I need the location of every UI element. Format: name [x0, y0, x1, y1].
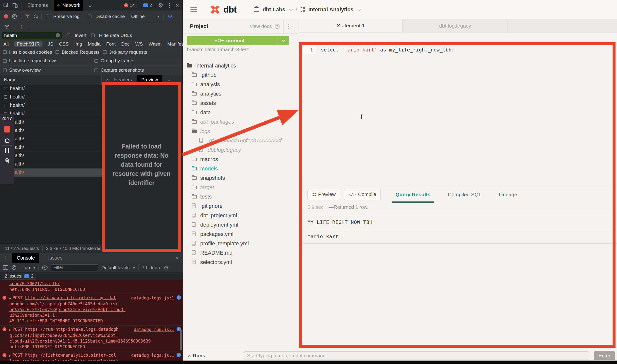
network-request-row[interactable]: alth/ [0, 127, 102, 135]
tree-item-dbt_packages[interactable]: dbt_packages [183, 117, 299, 127]
use-large-rows-checkbox[interactable] [3, 59, 7, 63]
checkbox-3rd-party-requests[interactable] [103, 50, 107, 54]
tree-item-assets[interactable]: assets [183, 99, 299, 108]
close-devtools-icon[interactable]: × [176, 2, 179, 9]
enter-button[interactable]: Enter [594, 351, 615, 360]
tab-elements[interactable]: Elements [25, 0, 50, 11]
export-har-icon[interactable]: ↓ [28, 24, 30, 29]
network-request-row[interactable]: alth/ [0, 143, 102, 152]
network-filter-input[interactable]: health × [2, 32, 62, 39]
live-expression-eye-icon[interactable] [42, 265, 48, 270]
runs-toggle[interactable]: Runs [188, 353, 205, 359]
tree-item-snapshots[interactable]: snapshots [183, 173, 299, 183]
tree-item-analytics[interactable]: analytics [183, 89, 299, 99]
console-settings-gear-icon[interactable]: ⚙ [163, 265, 169, 271]
issues-counter[interactable]: 2 Issues: 2 [2, 273, 36, 280]
issue-info-icon[interactable]: i [177, 353, 181, 357]
type-filter-doc[interactable]: Doc [121, 41, 130, 47]
type-filter-css[interactable]: CSS [58, 41, 69, 47]
issue-info-icon[interactable]: i [177, 295, 181, 300]
tree-item-data[interactable]: data [183, 108, 299, 117]
clear-icon[interactable] [12, 14, 17, 19]
record-icon[interactable] [4, 14, 8, 18]
tree-item-macros[interactable]: macros [183, 155, 299, 164]
request-url-link[interactable]: https://fishtownanalytics.sinter-col [25, 353, 116, 358]
network-conditions-gear-icon[interactable]: ⚙ [167, 14, 173, 19]
close-console-icon[interactable]: × [176, 255, 179, 262]
tab-network[interactable]: ⚠Network [54, 0, 83, 11]
network-request-row[interactable]: alth/ [0, 168, 102, 177]
editor-tab-dbt-log-legacy[interactable]: dbt.log.legacy [403, 19, 508, 32]
throttling-select[interactable]: Offline [131, 14, 145, 19]
preserve-log-checkbox[interactable] [46, 15, 49, 18]
show-overview-checkbox[interactable] [3, 68, 7, 72]
console-sidebar-icon[interactable]: ▶ [3, 265, 8, 270]
project-kebab-icon[interactable]: ⋮ [286, 23, 291, 30]
stop-recording-button[interactable] [4, 126, 10, 132]
network-request-row[interactable]: health/ [0, 110, 102, 118]
levels-caret-icon[interactable]: ▾ [133, 266, 135, 270]
type-filter-all[interactable]: All [3, 41, 9, 47]
clear-console-icon[interactable] [12, 265, 16, 270]
tree-item-selectors.yml[interactable]: selectors.yml [183, 258, 299, 267]
type-filter-img[interactable]: Img [74, 41, 83, 47]
view-docs-link[interactable]: view docs [250, 24, 272, 29]
commit-button[interactable]: commit... [187, 36, 289, 45]
delete-recording-trash-icon[interactable] [4, 157, 10, 164]
type-filter-ws[interactable]: WS [135, 41, 144, 47]
network-request-row[interactable]: health/ [0, 93, 102, 101]
network-request-row[interactable]: alth/ [0, 135, 102, 143]
more-tabs-chevron[interactable]: » [86, 0, 94, 11]
type-filter-fetch-xhr[interactable]: Fetch/XHR [14, 41, 43, 47]
context-select[interactable]: top [23, 265, 30, 270]
disable-cache-checkbox[interactable] [88, 15, 91, 18]
group-by-frame-checkbox[interactable] [94, 59, 98, 63]
tree-item-.gitignore[interactable]: .gitignore [183, 201, 299, 211]
tree-item-README.md[interactable]: README.md [183, 248, 299, 258]
pause-recording-button[interactable] [5, 148, 9, 153]
tab-console[interactable]: Console [12, 253, 39, 263]
tree-item-target[interactable]: target [183, 183, 299, 192]
log-levels-select[interactable]: Default levels [101, 265, 129, 270]
device-toolbar-icon[interactable] [12, 3, 18, 8]
help-icon[interactable]: ? [275, 24, 280, 29]
dbt-logo[interactable]: dbt [209, 3, 236, 16]
close-detail-icon[interactable]: × [106, 77, 109, 83]
console-scrollbar[interactable] [180, 330, 182, 350]
network-request-row[interactable]: alth/ [0, 118, 102, 127]
error-source-link[interactable]: datadog-logs.js:1 [131, 295, 174, 301]
type-filter-font[interactable]: Font [106, 41, 116, 47]
network-request-row[interactable]: alth/ [0, 160, 102, 168]
type-filter-manifest[interactable]: Manifest [167, 41, 185, 47]
type-filter-media[interactable]: Media [87, 41, 101, 47]
checkbox-blocked-requests[interactable] [55, 50, 59, 54]
tree-item-dbt.log.legacy[interactable]: dbt.log.legacy [183, 145, 299, 155]
clear-filter-icon[interactable]: × [56, 33, 60, 37]
type-filter-js[interactable]: JS [47, 41, 54, 47]
tree-item-analysis[interactable]: analysis [183, 80, 299, 89]
request-url-link[interactable]: https://browser-http-intake.logs.dat [25, 295, 116, 300]
console-error[interactable]: …oud/0.30021/health/net::ERR_INTERNET_DI… [0, 280, 183, 294]
tree-item-.nf-3665c416bfecb1000000cf[interactable]: .nf…3665c416bfecb1000000cf [183, 136, 299, 145]
restart-recording-icon[interactable] [4, 137, 10, 143]
inspect-icon[interactable] [3, 3, 9, 8]
filter-funnel-icon[interactable] [25, 14, 30, 19]
console-error[interactable]: ×▶POST https://rum-http-intake.logs.data… [0, 325, 183, 351]
account-switcher[interactable]: dbt Labs [254, 6, 292, 13]
network-request-row[interactable]: health/ [0, 101, 102, 110]
console-kebab-icon[interactable]: ⋮ [2, 255, 8, 261]
checkbox-has-blocked-cookies[interactable] [3, 50, 7, 54]
error-count-badge[interactable]: ×14 [122, 2, 137, 9]
capture-screenshots-checkbox[interactable] [94, 68, 98, 72]
tree-item-logs[interactable]: logs [183, 127, 299, 136]
network-request-row[interactable]: health/ [0, 85, 102, 93]
error-source-link[interactable]: datadog-rum.js:1 [134, 327, 174, 332]
context-caret-icon[interactable]: ▾ [33, 266, 35, 270]
tree-item-models[interactable]: models [183, 164, 299, 173]
tree-item-tests[interactable]: tests [183, 192, 299, 201]
type-filter-wasm[interactable]: Wasm [148, 41, 162, 47]
console-filter-input[interactable]: Filter [51, 265, 98, 271]
console-error[interactable]: ×▶POST https://browser-http-intake.logs.… [0, 294, 183, 325]
network-request-row[interactable]: alth/ [0, 152, 102, 160]
tree-item-dbt_project.yml[interactable]: dbt_project.yml [183, 211, 299, 220]
